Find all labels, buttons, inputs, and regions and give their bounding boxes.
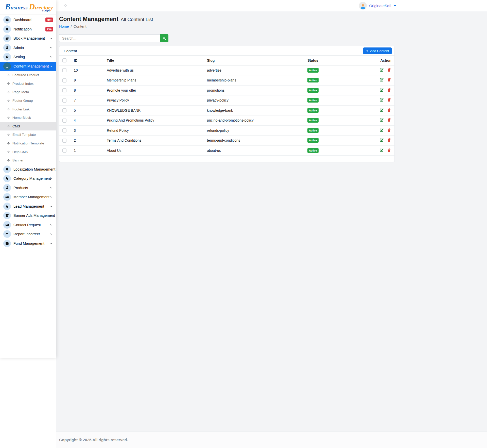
sidebar-item-products[interactable]: Products: [0, 183, 56, 193]
add-content-button[interactable]: Add Content: [363, 47, 392, 54]
sidebar-item-email-template[interactable]: Email Template: [0, 130, 56, 139]
sidebar-item-label: Footer Link: [12, 107, 30, 111]
cell-title: Privacy Policy: [107, 95, 207, 106]
main-content: Content Management All Content List Home…: [56, 11, 487, 432]
delete-button[interactable]: [387, 68, 391, 73]
sidebar-item-notification[interactable]: Notification 254: [0, 25, 56, 34]
search-input[interactable]: [59, 34, 160, 42]
select-all-checkbox[interactable]: [62, 58, 66, 62]
sidebar-item-report-incorrect[interactable]: Report Incorrect: [0, 229, 56, 239]
sidebar-item-page-meta[interactable]: Page Meta: [0, 88, 56, 96]
table-header-row: ID Title Slug Status Action: [59, 56, 394, 65]
sidebar-item-home-block[interactable]: Home Block: [0, 113, 56, 122]
sidebar-item-block-management[interactable]: Block Management: [0, 34, 56, 43]
delete-button[interactable]: [387, 88, 391, 93]
sidebar-item-help-cms[interactable]: Help CMS: [0, 147, 56, 156]
brand-word-business: Business: [5, 2, 28, 11]
sidebar-item-dashboard[interactable]: Dashboard Hot: [0, 15, 56, 25]
cell-id: 3: [74, 125, 107, 136]
arrow-right-icon: [6, 107, 10, 111]
chevron-down-icon: [49, 205, 53, 208]
edit-button[interactable]: [379, 108, 384, 113]
sidebar-item-lead-management[interactable]: Lead Management: [0, 202, 56, 211]
table-row: 7 Privacy Policy privacy-policy Active: [59, 95, 394, 106]
delete-button[interactable]: [387, 98, 391, 103]
delete-button[interactable]: [387, 118, 391, 123]
sidebar-item-label: Notification Template: [12, 141, 44, 145]
brand-logo[interactable]: BusinessDirectory script: [0, 0, 56, 14]
sidebar-item-banner[interactable]: Banner: [0, 156, 56, 165]
delete-button[interactable]: [387, 78, 391, 83]
sidebar-item-localization-management[interactable]: Localization Management: [0, 165, 56, 174]
status-badge: Active: [307, 88, 319, 93]
arrow-right-icon: [6, 99, 10, 103]
edit-button[interactable]: [379, 78, 384, 83]
breadcrumb-home-link[interactable]: Home: [59, 24, 69, 28]
chevron-down-icon: [49, 195, 53, 199]
sidebar-item-fund-management[interactable]: Fund Management: [0, 239, 56, 248]
sidebar-item-member-management[interactable]: Member Management: [0, 192, 56, 202]
sidebar-item-footer-group[interactable]: Footer Group: [0, 96, 56, 105]
sidebar-item-label: Product Index: [12, 82, 33, 86]
row-checkbox[interactable]: [62, 108, 66, 112]
row-checkbox[interactable]: [62, 128, 66, 132]
arrow-right-icon: [6, 116, 10, 120]
row-checkbox[interactable]: [62, 88, 66, 92]
brand-word-script: script: [42, 8, 50, 12]
edit-button[interactable]: [379, 68, 384, 73]
sidebar-item-product-index[interactable]: Product Index: [0, 79, 56, 88]
caret-down-icon: [394, 5, 396, 7]
sidebar-item-label: Block Management: [13, 36, 45, 40]
blocks-icon: [3, 35, 11, 42]
row-checkbox[interactable]: [62, 68, 66, 72]
user-menu[interactable]: OriginateSoft: [359, 2, 396, 10]
sidebar-item-cms[interactable]: CMS: [0, 122, 56, 131]
compress-icon[interactable]: [63, 3, 68, 9]
edit-button[interactable]: [379, 98, 384, 103]
trash-icon: [387, 128, 391, 132]
sidebar-item-notification-template[interactable]: Notification Template: [0, 139, 56, 148]
col-header-slug: Slug: [207, 56, 307, 65]
sidebar-item-label: Footer Group: [12, 99, 33, 103]
sidebar-item-banner-ads-management[interactable]: Banner Ads Management: [0, 211, 56, 220]
delete-button[interactable]: [387, 128, 391, 133]
cell-id: 9: [74, 75, 107, 86]
search-button[interactable]: [160, 34, 168, 42]
trash-icon: [387, 118, 391, 122]
sidebar-item-contact-request[interactable]: Contact Request: [0, 220, 56, 230]
cell-title: Refund Policy: [107, 125, 207, 136]
table-row: 8 Promote your offer promotions Active: [59, 85, 394, 95]
status-badge: Active: [307, 78, 319, 82]
cell-slug: terms-and-conditions: [207, 136, 307, 146]
row-checkbox[interactable]: [62, 98, 66, 103]
edit-icon: [379, 148, 384, 152]
table-row: 9 Membership Plans membership-plans Acti…: [59, 75, 394, 86]
row-checkbox[interactable]: [62, 78, 66, 82]
edit-icon: [379, 98, 384, 102]
sidebar-item-content-management[interactable]: Content Management: [0, 62, 56, 71]
edit-button[interactable]: [379, 148, 384, 153]
delete-button[interactable]: [387, 108, 391, 113]
sidebar-item-featured-product[interactable]: Featured Product: [0, 71, 56, 79]
arrow-right-icon: [6, 73, 10, 77]
row-checkbox[interactable]: [62, 119, 66, 123]
status-badge: Active: [307, 108, 319, 113]
row-checkbox[interactable]: [62, 148, 66, 153]
sidebar-item-setting[interactable]: Setting: [0, 52, 56, 62]
sidebar-item-footer-link[interactable]: Footer Link: [0, 105, 56, 113]
delete-button[interactable]: [387, 148, 391, 153]
edit-button[interactable]: [379, 88, 384, 93]
edit-button[interactable]: [379, 128, 384, 133]
bell-icon: [3, 25, 11, 33]
edit-button[interactable]: [379, 138, 384, 143]
sidebar-item-category-management[interactable]: Category Management: [0, 174, 56, 183]
sidebar-item-admin[interactable]: Admin: [0, 43, 56, 53]
cell-id: 7: [74, 95, 107, 106]
row-checkbox[interactable]: [62, 139, 66, 143]
delete-button[interactable]: [387, 138, 391, 143]
edit-button[interactable]: [379, 118, 384, 123]
table-row: 2 Terms And Conditions terms-and-conditi…: [59, 136, 394, 146]
cell-slug: refunds-policy: [207, 125, 307, 136]
trash-icon: [387, 148, 391, 152]
status-badge: Active: [307, 98, 319, 103]
